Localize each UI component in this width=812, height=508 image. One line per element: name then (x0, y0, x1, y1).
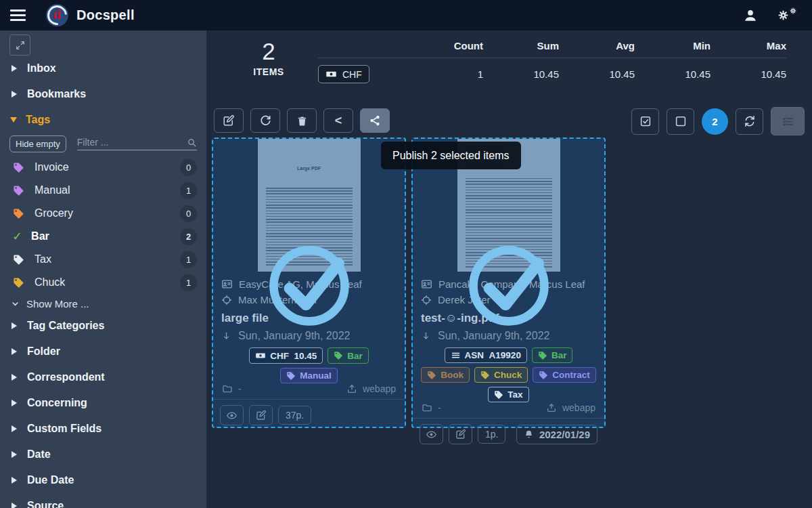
merge-button[interactable]: < (323, 108, 353, 133)
tag-count-badge: 1 (180, 251, 197, 268)
tag-icon (13, 162, 24, 173)
item-tags: ASN A19920 Bar Book Chuck (421, 347, 596, 402)
edit-icon (256, 410, 267, 421)
target-icon (421, 295, 432, 305)
sync-icon (744, 115, 756, 127)
item-card-large-file[interactable]: Large PDF EasyCare AG, Marcus Leaf Max M… (212, 137, 406, 428)
preview-address-block (466, 146, 505, 166)
refresh-button[interactable] (736, 108, 763, 135)
item-title: large file (221, 312, 397, 325)
stats-header-row: Count Sum Avg Min Max (318, 40, 786, 51)
edit-item-button[interactable] (249, 405, 273, 425)
stat-count: 1 (407, 68, 483, 80)
stat-min: 10.45 (635, 68, 710, 80)
tag-icon (494, 390, 503, 400)
tag-item-bar-selected[interactable]: ✓ Bar 2 (0, 225, 206, 248)
chevron-right-icon (12, 425, 17, 432)
preview-item-button[interactable] (220, 405, 244, 425)
tag-item-grocery[interactable]: Grocery 0 (0, 202, 206, 225)
sidebar-item-date[interactable]: Date (0, 442, 206, 467)
folder-source-line: - webapp (421, 402, 596, 418)
share-icon (369, 114, 381, 127)
tag-item-manual[interactable]: Manual 1 (0, 179, 206, 202)
tag-count-badge: 1 (180, 274, 197, 291)
edit-items-button[interactable] (214, 108, 244, 133)
sidebar-item-bookmarks[interactable]: Bookmarks (0, 81, 206, 107)
settings-gears-icon[interactable] (777, 7, 797, 24)
top-navbar: d Docspell (0, 0, 812, 30)
tag-icon (538, 351, 547, 360)
tag-count-badge: 0 (180, 205, 197, 222)
sidebar-item-folder[interactable]: Folder (0, 339, 206, 364)
reprocess-button[interactable] (250, 108, 280, 133)
edit-item-button[interactable] (449, 424, 472, 444)
delete-button[interactable] (287, 108, 317, 133)
preview-text-lines (266, 188, 353, 268)
hide-empty-button[interactable]: Hide empty (9, 135, 66, 152)
tag-filter-input[interactable] (77, 137, 187, 148)
select-all-button[interactable] (631, 108, 659, 135)
sidebar-item-due-date[interactable]: Due Date (0, 467, 206, 493)
arrow-down-icon (221, 331, 231, 341)
tag-icon (334, 351, 343, 360)
source-value: webapp (346, 383, 396, 394)
navbar-actions (743, 7, 797, 24)
document-page-thumbnail (457, 139, 560, 272)
upload-icon (346, 383, 357, 394)
tag-chip-bar: Bar (532, 347, 573, 363)
chevron-right-icon (12, 451, 17, 458)
sidebar-item-inbox[interactable]: Inbox (0, 56, 206, 81)
sidebar-item-concerning[interactable]: Concerning (0, 390, 206, 416)
page-count: 1p. (478, 425, 505, 444)
redo-icon (259, 114, 271, 127)
preview-item-button[interactable] (420, 424, 443, 444)
sidebar-item-tag-categories[interactable]: Tag Categories (0, 313, 206, 339)
logo-letter: d (53, 7, 62, 22)
chevron-down-icon (10, 299, 20, 309)
concerning-line: Max Mustermann (221, 292, 397, 308)
item-date-line: Sun, January 9th, 2022 (221, 330, 397, 342)
list-view-toggle-button[interactable] (771, 107, 805, 135)
tag-item-invoice[interactable]: Invoice 0 (0, 156, 206, 179)
tag-item-tax[interactable]: Tax 1 (0, 248, 206, 271)
correspondent-line: EasyCare AG, Marcus Leaf (221, 276, 397, 292)
main-content: 2 ITEMS Count Sum Avg Min Max CHF (206, 30, 812, 508)
sidebar-item-correspondent[interactable]: Correspondent (0, 364, 206, 390)
card-footer: 37p. (213, 399, 405, 432)
sidebar-item-source[interactable]: Source (0, 493, 206, 508)
tag-icon (480, 371, 490, 380)
chevron-right-icon (12, 374, 17, 381)
check-square-icon (639, 115, 652, 127)
chevron-right-icon (12, 322, 17, 329)
folder-icon (222, 383, 233, 394)
item-card-test-ing-pdf[interactable]: Pancake Company, Marcus Leaf Derek Jeter… (411, 137, 606, 428)
address-card-icon (221, 278, 233, 290)
menu-icon[interactable] (10, 9, 26, 21)
chevron-right-icon (12, 348, 17, 355)
deselect-all-button[interactable] (667, 108, 694, 135)
concerning-line: Derek Jeter (421, 292, 596, 308)
tag-icon (13, 254, 24, 266)
publish-button[interactable] (360, 108, 390, 133)
user-icon[interactable] (743, 8, 758, 23)
tag-item-chuck[interactable]: Chuck 1 (0, 271, 206, 294)
chevron-down-icon (10, 117, 17, 123)
tag-chip-manual: Manual (280, 368, 338, 383)
item-title: test-☺-ing.pdf (421, 312, 596, 325)
item-tags: CHF 10.45 Bar Manual (221, 347, 397, 383)
edit-icon (223, 114, 235, 127)
stat-sum: 10.45 (483, 68, 559, 80)
sidebar-item-custom-fields[interactable]: Custom Fields (0, 416, 206, 442)
show-more-tags[interactable]: Show More ... (0, 294, 206, 313)
collapse-sidebar-button[interactable] (9, 35, 30, 56)
sidebar-item-tags[interactable]: Tags (0, 107, 206, 133)
edit-icon (455, 429, 466, 440)
docspell-logo[interactable]: d (46, 4, 68, 26)
tag-icon (13, 208, 24, 219)
due-date-chip: 2022/01/29 (516, 425, 597, 444)
tag-chip-tax: Tax (488, 387, 528, 402)
check-icon: ✓ (12, 229, 22, 244)
currency-chip: CHF (318, 65, 369, 83)
address-card-icon (421, 278, 432, 290)
item-date-line: Sun, January 9th, 2022 (421, 330, 596, 342)
